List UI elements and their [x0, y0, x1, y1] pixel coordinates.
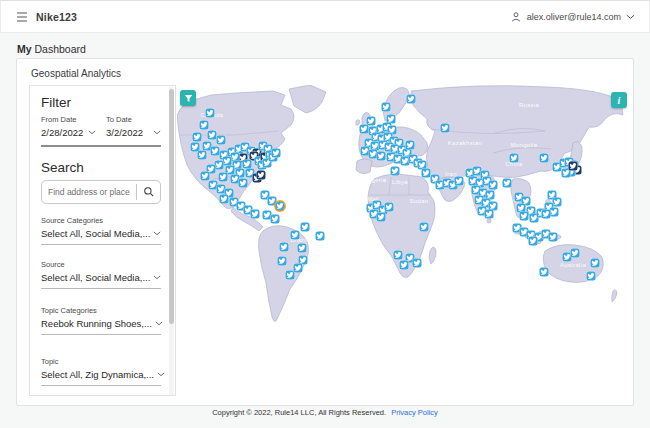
- tweet-marker[interactable]: [219, 173, 228, 182]
- tweet-marker[interactable]: [549, 233, 558, 242]
- tweet-marker[interactable]: [280, 243, 289, 252]
- tweet-marker[interactable]: [391, 167, 400, 176]
- tweet-marker[interactable]: [201, 172, 210, 181]
- tweet-marker[interactable]: [571, 249, 580, 258]
- tweet-marker[interactable]: [220, 195, 229, 204]
- tweet-marker[interactable]: [206, 109, 215, 118]
- tweet-marker[interactable]: [485, 210, 494, 219]
- scrollbar-track[interactable]: [169, 87, 174, 396]
- from-date-select[interactable]: From Date 2/28/2022: [41, 115, 96, 138]
- tweet-marker[interactable]: [550, 208, 559, 217]
- map-info-button[interactable]: i: [611, 92, 627, 108]
- tweet-marker[interactable]: [377, 152, 386, 161]
- privacy-policy-link[interactable]: Privacy Policy: [391, 408, 438, 417]
- breadcrumb-rest: Dashboard: [35, 43, 86, 55]
- twitter-bird-icon: [252, 211, 259, 218]
- twitter-bird-icon: [192, 144, 199, 151]
- tweet-marker[interactable]: [489, 181, 498, 190]
- tweet-marker[interactable]: [406, 141, 415, 150]
- scrollbar-thumb[interactable]: [169, 89, 174, 324]
- user-menu[interactable]: alex.oliver@rule14.com: [510, 11, 635, 23]
- chevron-down-icon: [88, 130, 96, 135]
- tweet-marker[interactable]: [271, 215, 280, 224]
- twitter-bird-icon: [292, 232, 299, 239]
- tweet-marker[interactable]: [243, 160, 252, 169]
- tweet-marker[interactable]: [276, 202, 285, 211]
- search-input[interactable]: [42, 181, 136, 203]
- tweet-marker[interactable]: [294, 264, 303, 273]
- twitter-bird-icon: [227, 167, 234, 174]
- twitter-bird-icon: [279, 258, 286, 265]
- twitter-bird-icon: [588, 273, 595, 280]
- tweet-marker[interactable]: [286, 271, 295, 280]
- twitter-bird-icon: [295, 265, 302, 272]
- source-select[interactable]: Source Select All, Social Media,...: [41, 260, 161, 289]
- tweet-marker[interactable]: [420, 223, 429, 232]
- tweet-marker[interactable]: [215, 161, 224, 170]
- tweet-marker[interactable]: [382, 103, 391, 112]
- tweet-marker[interactable]: [239, 179, 248, 188]
- twitter-bird-icon: [486, 211, 493, 218]
- map-filter-button[interactable]: [180, 90, 196, 106]
- tweet-marker[interactable]: [569, 162, 578, 171]
- to-date-select[interactable]: To Date 3/2/2022: [106, 115, 161, 138]
- tweet-marker[interactable]: [223, 157, 232, 166]
- tweet-marker[interactable]: [540, 268, 549, 277]
- tweet-marker[interactable]: [407, 95, 416, 104]
- tweet-marker[interactable]: [367, 117, 376, 126]
- tweet-marker[interactable]: [542, 210, 551, 219]
- tweet-marker[interactable]: [272, 149, 281, 158]
- tweet-marker[interactable]: [217, 136, 226, 145]
- tweet-marker[interactable]: [529, 237, 538, 246]
- tweet-marker[interactable]: [200, 121, 209, 130]
- tweet-marker[interactable]: [540, 154, 549, 163]
- tweet-marker[interactable]: [377, 213, 386, 222]
- tweet-marker[interactable]: [503, 179, 512, 188]
- tweet-marker[interactable]: [510, 154, 519, 163]
- tweet-marker[interactable]: [591, 259, 600, 268]
- source-categories-select[interactable]: Source Categories Select All, Social Med…: [41, 216, 161, 245]
- twitter-bird-icon: [541, 155, 548, 162]
- world-map[interactable]: [177, 85, 627, 398]
- twitter-bird-icon: [258, 172, 265, 179]
- tweet-marker[interactable]: [301, 223, 310, 232]
- tweet-marker[interactable]: [198, 151, 207, 160]
- search-button[interactable]: [137, 181, 160, 203]
- tweet-marker[interactable]: [193, 133, 202, 142]
- topic-select[interactable]: Topic Select All, Zig Dynamica,...: [41, 357, 161, 386]
- tweet-marker[interactable]: [385, 203, 394, 212]
- twitter-bird-icon: [408, 96, 415, 103]
- tweet-marker[interactable]: [278, 257, 287, 266]
- tweet-marker[interactable]: [520, 212, 529, 221]
- tweet-marker[interactable]: [251, 210, 260, 219]
- tweet-marker[interactable]: [211, 147, 220, 156]
- page-footer: Copyright © 2022, Rule14 LLC, All Rights…: [0, 408, 650, 417]
- twitter-bird-icon: [221, 196, 228, 203]
- tweet-marker[interactable]: [413, 259, 422, 268]
- map-area[interactable]: CanadaRussiaKazakhstanMongoliaChinaIranL…: [177, 85, 627, 398]
- twitter-bird-icon: [362, 148, 369, 155]
- twitter-bird-icon: [287, 272, 294, 279]
- chevron-down-icon: [157, 372, 165, 377]
- tweet-marker[interactable]: [360, 125, 369, 134]
- tweet-marker[interactable]: [316, 232, 325, 241]
- twitter-bird-icon: [554, 199, 561, 206]
- source-categories-value: Select All, Social Media,...: [41, 228, 150, 239]
- tweet-marker[interactable]: [587, 272, 596, 281]
- tweet-marker[interactable]: [291, 231, 300, 240]
- tweet-marker[interactable]: [257, 171, 266, 180]
- tweet-marker[interactable]: [553, 198, 562, 207]
- tweet-marker[interactable]: [400, 261, 409, 270]
- tweet-marker[interactable]: [394, 251, 403, 260]
- twitter-bird-icon: [572, 250, 579, 257]
- twitter-bird-icon: [388, 116, 395, 123]
- tweet-marker[interactable]: [422, 169, 431, 178]
- tweet-marker[interactable]: [208, 131, 217, 140]
- tweet-marker[interactable]: [441, 124, 450, 133]
- topic-categories-select[interactable]: Topic Categories Reebok Running Shoes,..…: [41, 306, 161, 335]
- twitter-bird-icon: [378, 153, 385, 160]
- tweet-marker[interactable]: [455, 177, 464, 186]
- twitter-bird-icon: [521, 213, 528, 220]
- tweet-marker[interactable]: [298, 244, 307, 253]
- menu-icon[interactable]: [15, 10, 29, 24]
